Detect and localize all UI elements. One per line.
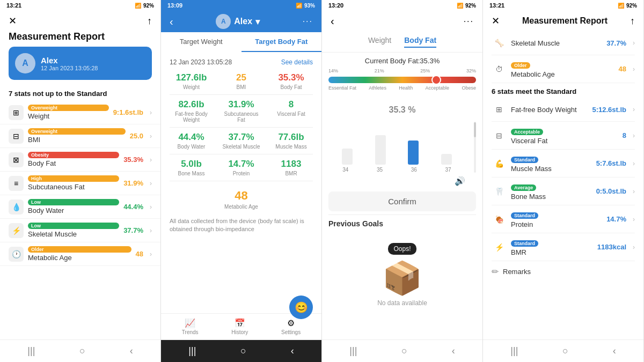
p2-val-weight: 127.6lb: [170, 72, 213, 83]
share-icon-1[interactable]: ↑: [147, 16, 152, 27]
stat-icon-1: ⊟: [9, 129, 24, 144]
tab-weight-3[interactable]: Weight: [368, 36, 391, 48]
nav-home-1[interactable]: ○: [79, 345, 85, 357]
see-details-btn[interactable]: See details: [281, 58, 313, 66]
nav-back-1[interactable]: ‹: [130, 345, 133, 357]
p2-lbl-visceral: Visceral Fat: [269, 111, 313, 117]
tab-target-weight[interactable]: Target Weight: [161, 32, 241, 52]
user-header-2: A Alex ▾: [173, 14, 303, 29]
nav-home-4[interactable]: ○: [562, 345, 568, 357]
stat-row-4[interactable]: 💧 Low Body Water 44.4% ›: [0, 195, 160, 219]
p2-lbl-musclemass: Muscle Mass: [269, 144, 313, 150]
cat-obese: Obese: [462, 85, 476, 91]
p2-lbl-ffbw: Fat-free Body Weight: [170, 111, 213, 123]
stat-row-6[interactable]: 🕐 Older Metabolic Age 48 ›: [0, 242, 160, 266]
back-icon-2[interactable]: ‹: [170, 16, 173, 28]
status-icons-2: 📶 93%: [296, 3, 315, 9]
more-icon-2[interactable]: ···: [303, 17, 313, 26]
p4-name-bmr: BMR: [511, 248, 593, 256]
more-icon-3[interactable]: ···: [464, 17, 474, 26]
status-bar-1: 13:21 📶 92%: [0, 0, 160, 11]
p2-val-visceral: 8: [269, 99, 313, 110]
confirm-button[interactable]: Confirm: [328, 191, 476, 211]
stat-badge-1: Overweight: [28, 128, 126, 135]
stat-icon-6: 🕐: [9, 247, 24, 262]
stat-value-6: 48: [136, 250, 143, 258]
back-icon-3[interactable]: ‹: [331, 15, 334, 27]
p2-cell-visceral: 8 Visceral Fat: [269, 99, 313, 123]
panel-measurement-report: 13:21 📶 92% ✕ ↑ Measurement Report A Ale…: [0, 0, 161, 362]
cat-athletes: Athletes: [369, 85, 386, 91]
nav-menu-3[interactable]: |||: [349, 345, 357, 357]
share-icon-4[interactable]: ↑: [630, 16, 635, 27]
p4-icon-bonemass: 🦷: [492, 184, 507, 199]
nav-menu-2[interactable]: |||: [188, 345, 196, 357]
bottom-nav-2: ||| ○ ‹: [161, 339, 321, 362]
nav-history[interactable]: 📅 History: [231, 318, 248, 335]
p4-badge-row-musclemass: Standard: [511, 154, 592, 164]
p4-val-skeletalmuscle: 37.7%: [606, 39, 626, 47]
bar-0: [342, 149, 353, 165]
nav-menu-1[interactable]: |||: [27, 345, 35, 357]
p4-icon-protein: 🍖: [492, 212, 507, 227]
stat-name-4: Body Water: [28, 206, 119, 215]
scrollbar-3: [474, 122, 476, 173]
p2-cell-bodywater: 44.4% Body Water: [170, 132, 213, 150]
p4-badge-row-metabolicage: Older: [511, 60, 614, 69]
topbar-1: ✕ ↑: [0, 11, 160, 31]
stat-info-4: Low Body Water: [28, 199, 119, 215]
close-icon-4[interactable]: ✕: [492, 15, 500, 27]
p2-cell-ffbw: 82.6lb Fat-free Body Weight: [170, 99, 213, 123]
tab-bodyfat-3[interactable]: Body Fat: [404, 36, 436, 48]
nav-settings[interactable]: ⚙ Settings: [281, 318, 301, 335]
panel3-tabs: Weight Body Fat: [322, 32, 482, 53]
panel-bodyfat-chart: 13:20 📶 92% ‹ ··· Weight Body Fat Curren…: [322, 0, 483, 362]
scale-lbl-0: 14%: [328, 68, 338, 73]
chatbot-btn[interactable]: 😊: [289, 295, 313, 319]
p2-val-skeletalmuscle: 37.7%: [219, 132, 263, 143]
chevron-visceral: ›: [633, 132, 635, 139]
user-name-1: Alex: [41, 56, 98, 65]
current-bf-label: Current Body Fat:35.3%: [328, 57, 476, 65]
chart-x-labels: 34 35 36 37: [328, 167, 465, 173]
nav-trends[interactable]: 📈 Trends: [182, 318, 199, 335]
time-4: 13:21: [489, 2, 504, 9]
nav-menu-4[interactable]: |||: [510, 345, 518, 357]
stat-row-0[interactable]: ⊞ Overweight Weight 9:1.6st.lb ›: [0, 101, 160, 124]
stat-row-2[interactable]: ⊠ Obesity Body Fat 35.3% ›: [0, 148, 160, 172]
p2-val-bodywater: 44.4%: [170, 132, 213, 143]
chevron-6: ›: [150, 250, 152, 258]
nav-back-4[interactable]: ‹: [613, 345, 616, 357]
nav-back-2[interactable]: ‹: [291, 345, 294, 357]
trends-label: Trends: [182, 329, 199, 335]
stat-name-3: Subcutaneous Fat: [28, 183, 119, 191]
stat-row-5[interactable]: ⚡ Low Skeletal Muscle 37.7% ›: [0, 219, 160, 242]
topbar-3: ‹ ···: [322, 11, 482, 32]
stat-badge-6: Older: [28, 246, 131, 253]
stat-info-0: Overweight Weight: [28, 105, 109, 120]
close-icon-1[interactable]: ✕: [9, 15, 17, 27]
stat-value-3: 31.9%: [123, 179, 143, 187]
tab-target-bodyfat[interactable]: Target Body Fat: [241, 32, 322, 52]
chevron-skeletalmuscle: ›: [633, 39, 635, 47]
cat-acceptable: Acceptable: [426, 85, 450, 91]
stat-name-0: Weight: [28, 112, 109, 120]
nav-home-2[interactable]: ○: [240, 345, 246, 357]
p4-row-bmr: ⚡ Standard BMR 1183kcal ›: [492, 233, 635, 261]
p4-name-metabolicage: Metabolic Age: [511, 70, 614, 78]
fat-scale-container: 14% 21% 25% 32% Essential Fat Athletes H…: [328, 68, 476, 91]
page-title-1: Measurement Report: [0, 31, 160, 47]
battery-3: 92%: [465, 3, 476, 9]
no-data-area: Oops! 📦 No data available: [328, 232, 476, 317]
nav-back-3[interactable]: ‹: [452, 345, 455, 357]
nav-home-3[interactable]: ○: [401, 345, 407, 357]
sound-icon[interactable]: 🔊: [455, 176, 465, 186]
stat-row-3[interactable]: ≡ High Subcutaneous Fat 31.9% ›: [0, 172, 160, 195]
bar-col-3: [441, 154, 452, 165]
chevron-0: ›: [150, 109, 152, 116]
p2-lbl-bodywater: Body Water: [170, 144, 213, 150]
stats-list-1: ⊞ Overweight Weight 9:1.6st.lb › ⊟ Overw…: [0, 101, 160, 339]
p4-info-musclemass: Standard Muscle Mass: [511, 154, 592, 173]
history-icon: 📅: [235, 318, 245, 328]
stat-row-1[interactable]: ⊟ Overweight BMI 25.0 ›: [0, 124, 160, 148]
